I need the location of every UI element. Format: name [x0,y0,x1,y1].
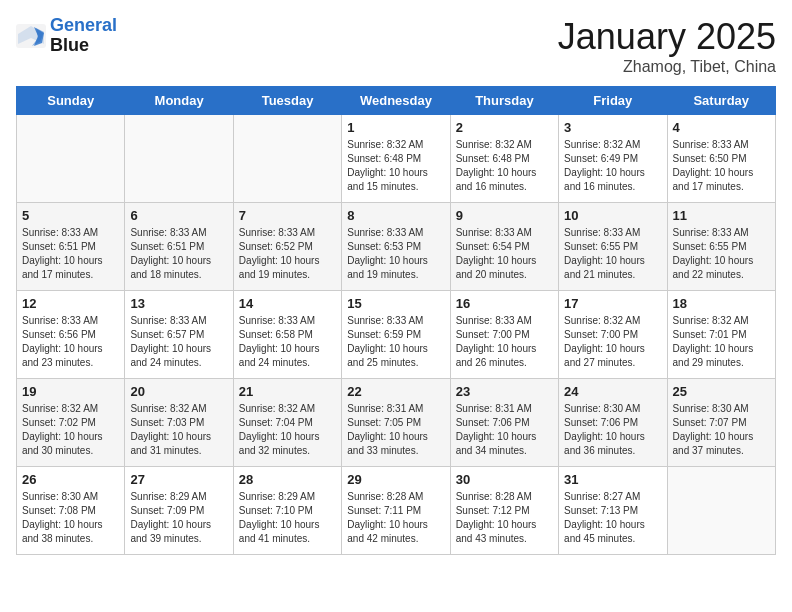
col-wednesday: Wednesday [342,87,450,115]
calendar-cell: 20Sunrise: 8:32 AMSunset: 7:03 PMDayligh… [125,379,233,467]
calendar-cell: 24Sunrise: 8:30 AMSunset: 7:06 PMDayligh… [559,379,667,467]
day-info: Sunrise: 8:32 AMSunset: 7:03 PMDaylight:… [130,402,227,458]
day-number: 7 [239,208,336,223]
day-info: Sunrise: 8:30 AMSunset: 7:06 PMDaylight:… [564,402,661,458]
day-number: 2 [456,120,553,135]
col-saturday: Saturday [667,87,775,115]
day-number: 31 [564,472,661,487]
day-info: Sunrise: 8:32 AMSunset: 6:49 PMDaylight:… [564,138,661,194]
day-info: Sunrise: 8:31 AMSunset: 7:06 PMDaylight:… [456,402,553,458]
calendar-cell: 4Sunrise: 8:33 AMSunset: 6:50 PMDaylight… [667,115,775,203]
calendar-cell: 17Sunrise: 8:32 AMSunset: 7:00 PMDayligh… [559,291,667,379]
day-info: Sunrise: 8:32 AMSunset: 6:48 PMDaylight:… [456,138,553,194]
calendar-cell [17,115,125,203]
day-info: Sunrise: 8:33 AMSunset: 6:54 PMDaylight:… [456,226,553,282]
calendar-cell: 23Sunrise: 8:31 AMSunset: 7:06 PMDayligh… [450,379,558,467]
day-info: Sunrise: 8:29 AMSunset: 7:10 PMDaylight:… [239,490,336,546]
calendar-cell: 15Sunrise: 8:33 AMSunset: 6:59 PMDayligh… [342,291,450,379]
day-number: 28 [239,472,336,487]
calendar-cell: 5Sunrise: 8:33 AMSunset: 6:51 PMDaylight… [17,203,125,291]
calendar-cell: 28Sunrise: 8:29 AMSunset: 7:10 PMDayligh… [233,467,341,555]
calendar-header-row: Sunday Monday Tuesday Wednesday Thursday… [17,87,776,115]
day-info: Sunrise: 8:33 AMSunset: 6:57 PMDaylight:… [130,314,227,370]
day-info: Sunrise: 8:28 AMSunset: 7:11 PMDaylight:… [347,490,444,546]
day-number: 22 [347,384,444,399]
day-info: Sunrise: 8:32 AMSunset: 7:00 PMDaylight:… [564,314,661,370]
day-number: 3 [564,120,661,135]
day-number: 30 [456,472,553,487]
day-info: Sunrise: 8:33 AMSunset: 6:59 PMDaylight:… [347,314,444,370]
day-number: 26 [22,472,119,487]
day-number: 19 [22,384,119,399]
day-info: Sunrise: 8:33 AMSunset: 6:51 PMDaylight:… [22,226,119,282]
calendar-cell: 29Sunrise: 8:28 AMSunset: 7:11 PMDayligh… [342,467,450,555]
calendar-cell: 7Sunrise: 8:33 AMSunset: 6:52 PMDaylight… [233,203,341,291]
title-block: January 2025 Zhamog, Tibet, China [558,16,776,76]
day-number: 20 [130,384,227,399]
day-number: 16 [456,296,553,311]
day-number: 12 [22,296,119,311]
calendar-cell: 10Sunrise: 8:33 AMSunset: 6:55 PMDayligh… [559,203,667,291]
calendar-cell: 25Sunrise: 8:30 AMSunset: 7:07 PMDayligh… [667,379,775,467]
calendar-cell: 16Sunrise: 8:33 AMSunset: 7:00 PMDayligh… [450,291,558,379]
calendar-cell [233,115,341,203]
calendar-week-3: 12Sunrise: 8:33 AMSunset: 6:56 PMDayligh… [17,291,776,379]
calendar-week-4: 19Sunrise: 8:32 AMSunset: 7:02 PMDayligh… [17,379,776,467]
col-monday: Monday [125,87,233,115]
day-info: Sunrise: 8:33 AMSunset: 6:56 PMDaylight:… [22,314,119,370]
day-info: Sunrise: 8:33 AMSunset: 6:53 PMDaylight:… [347,226,444,282]
day-info: Sunrise: 8:33 AMSunset: 6:50 PMDaylight:… [673,138,770,194]
calendar-cell: 3Sunrise: 8:32 AMSunset: 6:49 PMDaylight… [559,115,667,203]
day-info: Sunrise: 8:32 AMSunset: 7:02 PMDaylight:… [22,402,119,458]
day-number: 13 [130,296,227,311]
day-number: 15 [347,296,444,311]
day-info: Sunrise: 8:33 AMSunset: 6:52 PMDaylight:… [239,226,336,282]
day-info: Sunrise: 8:29 AMSunset: 7:09 PMDaylight:… [130,490,227,546]
day-number: 21 [239,384,336,399]
calendar-table: Sunday Monday Tuesday Wednesday Thursday… [16,86,776,555]
day-info: Sunrise: 8:32 AMSunset: 7:04 PMDaylight:… [239,402,336,458]
calendar-cell: 1Sunrise: 8:32 AMSunset: 6:48 PMDaylight… [342,115,450,203]
page-header: General Blue January 2025 Zhamog, Tibet,… [16,16,776,76]
day-number: 14 [239,296,336,311]
col-tuesday: Tuesday [233,87,341,115]
calendar-cell: 26Sunrise: 8:30 AMSunset: 7:08 PMDayligh… [17,467,125,555]
calendar-cell: 27Sunrise: 8:29 AMSunset: 7:09 PMDayligh… [125,467,233,555]
calendar-cell [667,467,775,555]
day-number: 5 [22,208,119,223]
day-info: Sunrise: 8:33 AMSunset: 6:58 PMDaylight:… [239,314,336,370]
calendar-cell: 30Sunrise: 8:28 AMSunset: 7:12 PMDayligh… [450,467,558,555]
calendar-week-1: 1Sunrise: 8:32 AMSunset: 6:48 PMDaylight… [17,115,776,203]
logo: General Blue [16,16,117,56]
day-info: Sunrise: 8:33 AMSunset: 6:55 PMDaylight:… [564,226,661,282]
calendar-cell: 18Sunrise: 8:32 AMSunset: 7:01 PMDayligh… [667,291,775,379]
calendar-cell: 12Sunrise: 8:33 AMSunset: 6:56 PMDayligh… [17,291,125,379]
calendar-subtitle: Zhamog, Tibet, China [558,58,776,76]
day-info: Sunrise: 8:32 AMSunset: 7:01 PMDaylight:… [673,314,770,370]
calendar-week-5: 26Sunrise: 8:30 AMSunset: 7:08 PMDayligh… [17,467,776,555]
day-number: 10 [564,208,661,223]
day-info: Sunrise: 8:30 AMSunset: 7:07 PMDaylight:… [673,402,770,458]
col-sunday: Sunday [17,87,125,115]
logo-icon [16,24,46,48]
calendar-cell: 9Sunrise: 8:33 AMSunset: 6:54 PMDaylight… [450,203,558,291]
day-number: 27 [130,472,227,487]
calendar-title: January 2025 [558,16,776,58]
col-thursday: Thursday [450,87,558,115]
day-info: Sunrise: 8:33 AMSunset: 7:00 PMDaylight:… [456,314,553,370]
day-number: 1 [347,120,444,135]
day-number: 23 [456,384,553,399]
calendar-cell: 19Sunrise: 8:32 AMSunset: 7:02 PMDayligh… [17,379,125,467]
calendar-cell: 21Sunrise: 8:32 AMSunset: 7:04 PMDayligh… [233,379,341,467]
day-number: 11 [673,208,770,223]
calendar-cell: 13Sunrise: 8:33 AMSunset: 6:57 PMDayligh… [125,291,233,379]
logo-text: General Blue [50,16,117,56]
day-info: Sunrise: 8:33 AMSunset: 6:51 PMDaylight:… [130,226,227,282]
day-number: 8 [347,208,444,223]
day-number: 24 [564,384,661,399]
day-info: Sunrise: 8:32 AMSunset: 6:48 PMDaylight:… [347,138,444,194]
calendar-cell: 6Sunrise: 8:33 AMSunset: 6:51 PMDaylight… [125,203,233,291]
calendar-cell [125,115,233,203]
day-number: 6 [130,208,227,223]
day-number: 4 [673,120,770,135]
